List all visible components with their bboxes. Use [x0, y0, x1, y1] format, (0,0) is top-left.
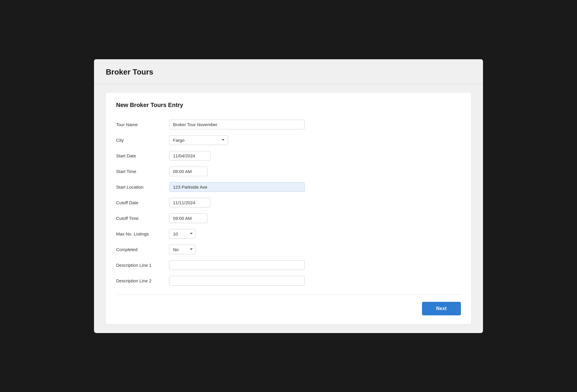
description-line2-input[interactable]	[169, 276, 305, 286]
description-line1-input[interactable]	[169, 260, 305, 270]
next-button[interactable]: Next	[422, 302, 461, 315]
form-title: New Broker Tours Entry	[116, 102, 461, 108]
description-line1-label: Description Line 1	[116, 263, 169, 268]
form-card: New Broker Tours Entry Tour Name City Fa…	[106, 93, 471, 324]
cutoff-time-label: Cutoff Time	[116, 216, 169, 221]
cutoff-date-label: Cutoff Date	[116, 200, 169, 205]
start-time-row: Start Time	[116, 164, 461, 179]
cutoff-time-input[interactable]	[169, 213, 207, 223]
page-content: New Broker Tours Entry Tour Name City Fa…	[94, 84, 483, 333]
max-listings-label: Max No. Listings	[116, 231, 169, 236]
description-line2-row: Description Line 2	[116, 273, 461, 289]
start-date-label: Start Date	[116, 153, 169, 158]
description-line2-label: Description Line 2	[116, 278, 169, 283]
app-window: Broker Tours New Broker Tours Entry Tour…	[94, 59, 483, 333]
max-listings-row: Max No. Listings 5 10 15 20 25	[116, 226, 461, 242]
form-footer: Next	[116, 294, 461, 315]
form-body: Tour Name City Fargo Bismarck Grand Fork…	[116, 117, 461, 289]
start-location-row: Start Location	[116, 179, 461, 195]
cutoff-time-row: Cutoff Time	[116, 210, 461, 226]
description-line1-row: Description Line 1	[116, 257, 461, 273]
page-header: Broker Tours	[94, 59, 483, 84]
start-time-label: Start Time	[116, 169, 169, 174]
city-row: City Fargo Bismarck Grand Forks Minot	[116, 132, 461, 148]
max-listings-select[interactable]: 5 10 15 20 25	[169, 229, 196, 239]
cutoff-date-row: Cutoff Date	[116, 195, 461, 210]
city-label: City	[116, 138, 169, 143]
tour-name-row: Tour Name	[116, 117, 461, 132]
start-time-input[interactable]	[169, 167, 207, 176]
start-date-input[interactable]	[169, 151, 210, 161]
start-location-label: Start Location	[116, 185, 169, 190]
tour-name-label: Tour Name	[116, 122, 169, 127]
start-location-input[interactable]	[169, 182, 305, 192]
cutoff-date-input[interactable]	[169, 198, 210, 207]
city-select[interactable]: Fargo Bismarck Grand Forks Minot	[169, 135, 228, 145]
start-date-row: Start Date	[116, 148, 461, 164]
completed-label: Completed	[116, 247, 169, 252]
tour-name-input[interactable]	[169, 120, 305, 129]
completed-row: Completed No Yes	[116, 242, 461, 257]
page-title: Broker Tours	[106, 67, 471, 77]
completed-select[interactable]: No Yes	[169, 245, 196, 254]
